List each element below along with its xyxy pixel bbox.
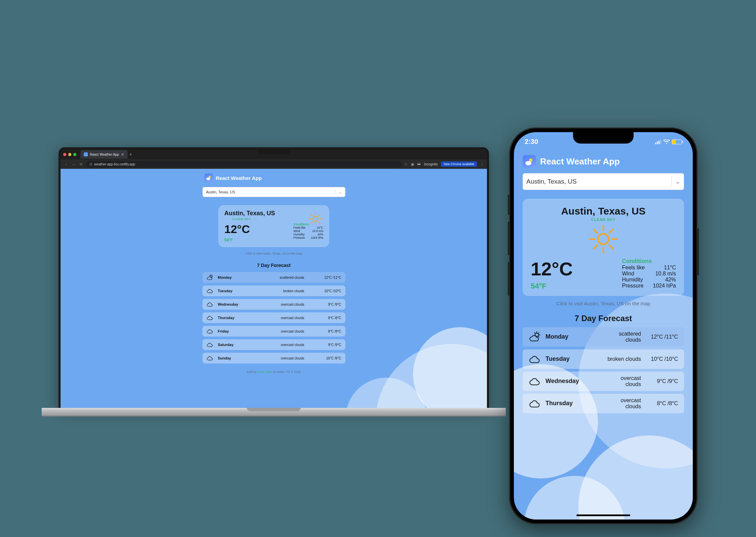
forecast-row[interactable]: Saturdayovercast clouds9°C /9°C (202, 339, 345, 350)
forecast-temps: 10°C /9°C (309, 356, 341, 360)
temperature-celsius: 12°C (224, 223, 250, 236)
forecast-desc: broken clouds (607, 356, 641, 362)
brand-rest: Weather App (564, 156, 620, 166)
brand-rest: Weather App (229, 175, 262, 181)
forecast-row[interactable]: Sundayovercast clouds10°C /9°C (202, 353, 345, 363)
forecast-desc: overcast clouds (281, 303, 304, 306)
forecast-row[interactable]: Thursdayovercast clouds8°C /8°C (202, 312, 345, 323)
forecast-row[interactable]: Fridayovercast clouds8°C /8°C (202, 326, 345, 337)
chevron-down-icon: ⌄ (675, 178, 680, 185)
svg-point-1 (206, 178, 210, 180)
forecast-row[interactable]: Tuesdaybroken clouds10°C /10°C (523, 349, 684, 369)
chrome-update-pill[interactable]: New Chrome available (441, 161, 477, 167)
forecast-desc: overcast clouds (281, 316, 304, 320)
battery-icon (672, 140, 682, 144)
forecast-list: Mondayscattered clouds12°C /11°C Tuesday… (523, 327, 684, 413)
url-input[interactable]: ⊡ weather-app-tico.netlify.app (86, 161, 402, 167)
forecast-icon (206, 341, 213, 348)
card-location: Austin, Texas, US (531, 205, 676, 217)
incognito-icon: 🕶 (417, 162, 421, 166)
forecast-day: Monday (545, 333, 586, 340)
forecast-desc: overcast clouds (281, 356, 304, 360)
forecast-temps: 10°C /10°C (309, 289, 341, 293)
svg-line-8 (318, 222, 320, 224)
brand-bold: React (216, 175, 230, 181)
status-time: 2:30 (525, 138, 538, 146)
app-logo-icon (523, 155, 536, 168)
tab-title: React Weather App (90, 153, 119, 156)
forecast-temps: 8°C /8°C (646, 400, 678, 407)
cloud-icon (206, 314, 213, 321)
browser-address-bar: ← → ⟳ ⊡ weather-app-tico.netlify.app ☆ ▣… (61, 159, 487, 169)
bookmark-icon[interactable]: ☆ (405, 162, 408, 166)
svg-point-28 (535, 333, 539, 337)
forecast-row[interactable]: Thursdayovercast clouds8°C /8°C (523, 394, 684, 413)
forecast-row[interactable]: Wednesdayovercast clouds9°C /9°C (202, 299, 345, 310)
partly-cloudy-icon (529, 331, 541, 343)
app-brand: React Weather App (204, 174, 262, 182)
svg-line-25 (609, 245, 613, 248)
svg-line-31 (538, 333, 539, 333)
sun-icon (308, 211, 323, 227)
forecast-temps: 12°C /11°C (646, 334, 678, 340)
tab-favicon (84, 152, 88, 156)
forecast-temps: 8°C /8°C (309, 316, 341, 320)
temperature-fahrenheit: 54°F (531, 282, 573, 291)
forecast-row[interactable]: Mondayscattered clouds12°C /11°C (202, 272, 345, 283)
location-search-select[interactable]: Austin, Texas, US ⌄ (523, 173, 684, 190)
browser-tab[interactable]: React Weather App ✕ (80, 150, 127, 159)
temperature-celsius: 12°C (531, 258, 573, 280)
app-logo-icon (204, 174, 213, 182)
nav-reload-icon[interactable]: ⟳ (79, 162, 83, 166)
search-value: Austin, Texas, US (206, 190, 235, 194)
forecast-day: Thursday (218, 316, 248, 320)
nav-back-icon[interactable]: ← (64, 162, 69, 166)
location-search-select[interactable]: Austin, Texas, US ⌄ (202, 187, 345, 197)
svg-line-7 (311, 214, 312, 216)
browser-menu-icon[interactable]: ⋮ (480, 162, 484, 166)
forecast-temps: 12°C /11°C (309, 276, 341, 279)
incognito-label: Incognito (424, 162, 438, 166)
current-weather-card: Austin, Texas, US CLEAR SKY (523, 199, 684, 296)
forecast-desc: scattered clouds (604, 331, 641, 343)
forecast-temps: 10°C /10°C (646, 356, 678, 362)
iphone-device: 2:30 React Weather App Austin, (509, 127, 697, 524)
svg-line-14 (212, 275, 212, 275)
cloud-icon (529, 375, 541, 387)
browser-window: React Weather App ✕ + ← → ⟳ ⊡ weather-ap… (61, 149, 487, 408)
macbook-base (42, 408, 506, 417)
conditions-label: Conditions (622, 258, 676, 265)
search-value: Austin, Texas, US (526, 178, 577, 185)
forecast-row[interactable]: Tuesdaybroken clouds10°C /10°C (202, 285, 345, 296)
partly-cloudy-icon (206, 274, 213, 281)
site-info-icon[interactable]: ⊡ (89, 162, 92, 166)
forecast-row[interactable]: Wednesdayovercast clouds9°C /9°C (523, 372, 684, 391)
extensions-icon[interactable]: ▣ (411, 162, 414, 166)
svg-line-24 (594, 229, 597, 233)
svg-point-2 (313, 217, 318, 222)
forecast-row[interactable]: Mondayscattered clouds12°C /11°C (523, 327, 684, 347)
cloud-icon (206, 301, 213, 308)
svg-line-9 (318, 214, 320, 216)
cloud-icon (206, 287, 213, 294)
map-link[interactable]: Click to visit Austin, Texas, US on the … (245, 252, 302, 255)
svg-line-26 (609, 229, 613, 233)
tab-close-icon[interactable]: ✕ (121, 152, 124, 157)
svg-line-32 (538, 336, 539, 337)
home-indicator[interactable] (576, 514, 630, 516)
brand-bold: React (540, 156, 564, 166)
forecast-icon (206, 314, 213, 321)
forecast-day: Wednesday (545, 378, 586, 385)
forecast-desc: overcast clouds (604, 375, 641, 387)
svg-point-19 (598, 234, 608, 244)
svg-point-18 (525, 161, 531, 165)
new-tab-button[interactable]: + (129, 152, 132, 157)
window-traffic-lights[interactable] (63, 153, 76, 156)
forecast-icon (529, 397, 541, 410)
macbook-device: React Weather App ✕ + ← → ⟳ ⊡ weather-ap… (59, 147, 489, 417)
author-link[interactable]: Oliva Tikov (258, 370, 272, 374)
map-link[interactable]: Click to visit Austin, Texas, US on the … (556, 301, 650, 306)
forecast-list: Mondayscattered clouds12°C /11°C Tuesday… (202, 272, 345, 363)
nav-forward-icon[interactable]: → (71, 162, 76, 166)
forecast-day: Wednesday (218, 302, 248, 306)
